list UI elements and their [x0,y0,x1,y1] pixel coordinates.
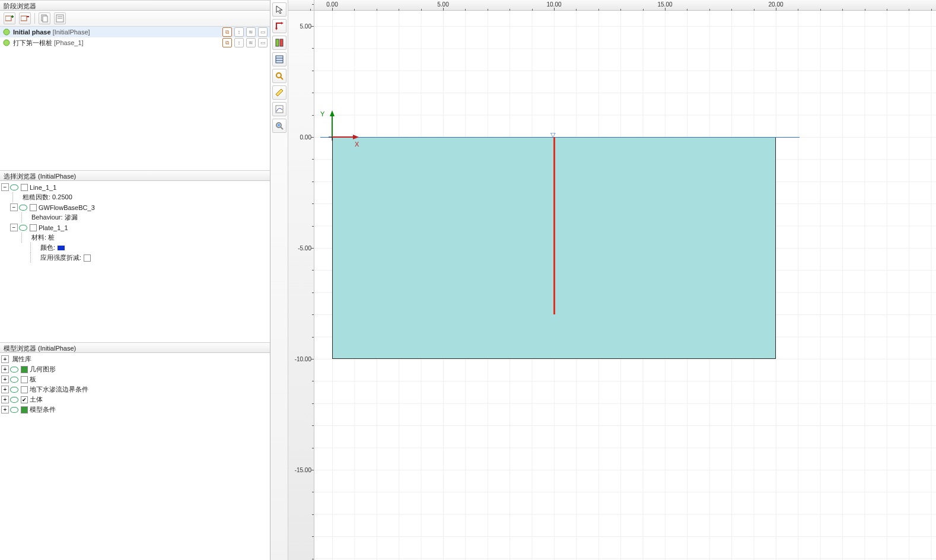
phase-btn-flow[interactable]: ≋ [246,38,256,47]
tree-node-line[interactable]: − Line_1_1 [0,182,270,192]
visibility-icon[interactable] [10,367,18,373]
svg-line-26 [281,127,283,129]
expand-icon[interactable]: + [1,396,9,403]
phase-btn-flow[interactable]: ≋ [246,27,256,37]
visibility-icon[interactable] [10,397,18,403]
tree-node-roughness[interactable]: 粗糙因数: 0.2500 [0,192,270,202]
svg-marker-30 [353,135,359,139]
zoom-tool-button[interactable] [272,69,286,83]
svg-point-20 [276,73,281,78]
phase-status-icon [2,28,11,36]
collapse-icon[interactable]: − [10,203,18,211]
activate-checkbox[interactable] [21,366,28,373]
visibility-icon[interactable] [19,205,27,211]
insert-phase-button[interactable] [19,12,31,24]
tree-node-plates[interactable]: + 板 [0,374,270,384]
svg-point-11 [4,40,9,46]
y-axis-label: Y [320,110,324,117]
visibility-icon[interactable] [19,225,27,231]
svg-rect-15 [276,39,279,46]
app-root: 阶段浏览器 Initial phase [InitialPhase] ⧉ ↕ ≋… [0,0,936,560]
phase-toolbar [0,11,270,27]
activate-checkbox[interactable] [21,396,28,403]
phase-btn-uy[interactable]: ↕ [234,27,244,37]
edit-phase-button[interactable] [54,12,66,24]
tree-node-gwflow[interactable]: − GWFlowBaseBC_3 [0,202,270,212]
phase-label: Initial phase [InitialPhase] [11,28,222,36]
visibility-icon[interactable] [10,387,18,393]
color-swatch [58,246,65,250]
right-column: 0.005.0010.0015.0020.00 5.000.00-5.00-10… [270,0,936,560]
phase-btn-calc[interactable]: ⧉ [222,38,232,47]
pan-tool-button[interactable] [272,19,286,33]
visibility-icon[interactable] [10,377,18,383]
svg-line-21 [281,77,283,79]
drawing-area[interactable]: 0.005.0010.0015.0020.00 5.000.00-5.00-10… [288,0,936,560]
x-axis-label: X [355,141,359,148]
curve-tool-button[interactable] [272,102,286,116]
tree-node-attributes[interactable]: + 属性库 [0,354,270,364]
horizontal-ruler: 0.005.0010.0015.0020.00 [314,0,936,11]
phase-label: 打下第一根桩 [Phase_1] [11,39,222,47]
model-tree[interactable]: + 属性库 + 几何图形 + 板 + 地下水渗流边界条件 [0,353,270,560]
tree-node-strength[interactable]: 应用强度折减: [0,253,270,263]
axis-arrows [323,110,359,146]
select-tool-button[interactable] [272,2,286,17]
expand-icon[interactable]: + [1,365,9,373]
plate-line[interactable] [553,137,555,314]
separator [34,13,35,24]
phase-row[interactable]: Initial phase [InitialPhase] ⧉ ↕ ≋ ▭ [0,27,270,37]
tree-node-behaviour[interactable]: Behaviour: 渗漏 [0,212,270,222]
activate-checkbox[interactable] [30,224,37,231]
visibility-icon[interactable] [10,184,18,190]
activate-checkbox[interactable] [21,406,28,413]
visibility-icon[interactable] [10,407,18,413]
svg-marker-13 [281,22,284,24]
tree-node-material[interactable]: 材料: 桩 [0,233,270,243]
activate-checkbox[interactable] [21,184,28,191]
svg-rect-17 [276,56,283,63]
selection-browser-title: 选择浏览器 (InitialPhase) [0,170,270,181]
strength-checkbox[interactable] [84,254,91,262]
expand-icon[interactable]: + [1,386,9,393]
activate-checkbox[interactable] [21,376,28,383]
collapse-icon[interactable]: − [10,224,18,231]
viewport[interactable]: ▽ Y X [314,11,936,560]
phase-btn-thermal[interactable]: ▭ [258,27,268,37]
phase-btn-calc[interactable]: ⧉ [222,27,232,37]
svg-rect-0 [5,16,11,21]
add-phase-button[interactable] [4,12,15,24]
phase-btn-thermal[interactable]: ▭ [258,38,268,47]
model-browser-panel: 模型浏览器 (InitialPhase) + 属性库 + 几何图形 + 板 [0,342,270,560]
phase-btn-uy[interactable]: ↕ [234,38,244,47]
tree-node-color[interactable]: 颜色: [0,243,270,253]
phase-browser-panel: 阶段浏览器 Initial phase [InitialPhase] ⧉ ↕ ≋… [0,0,270,170]
phase-row[interactable]: 打下第一根桩 [Phase_1] ⧉ ↕ ≋ ▭ [0,37,270,48]
preview-tool-button[interactable] [272,119,286,133]
measure-tool-button[interactable] [272,85,286,100]
tree-node-model-conditions[interactable]: + 模型条件 [0,405,270,415]
tree-node-soil[interactable]: + 土体 [0,394,270,405]
copy-phase-button[interactable] [39,12,50,24]
left-column: 阶段浏览器 Initial phase [InitialPhase] ⧉ ↕ ≋… [0,0,270,560]
expand-icon[interactable]: + [1,406,9,413]
selection-tree[interactable]: − Line_1_1 粗糙因数: 0.2500 − GWFlowBaseBC_3… [0,181,270,342]
phase-list[interactable]: Initial phase [InitialPhase] ⧉ ↕ ≋ ▭ 打下第… [0,27,270,170]
phase-browser-title: 阶段浏览器 [0,0,270,11]
collapse-icon[interactable]: − [1,183,9,191]
activate-checkbox[interactable] [30,204,37,211]
expand-icon[interactable]: + [1,376,9,383]
svg-point-10 [4,29,9,35]
tree-node-groundwater-bc[interactable]: + 地下水渗流边界条件 [0,384,270,394]
svg-marker-28 [330,110,335,116]
expand-icon[interactable]: + [1,355,9,363]
tree-node-geometry[interactable]: + 几何图形 [0,364,270,374]
svg-marker-14 [275,28,278,30]
phase-status-icon [2,39,11,47]
phreatic-line[interactable] [320,137,800,138]
tree-node-plate[interactable]: − Plate_1_1 [0,222,270,233]
activate-checkbox[interactable] [21,386,28,393]
table-tool-button[interactable] [272,52,286,66]
vertical-toolbar [270,0,288,560]
toggle-tool-button[interactable] [272,36,286,50]
